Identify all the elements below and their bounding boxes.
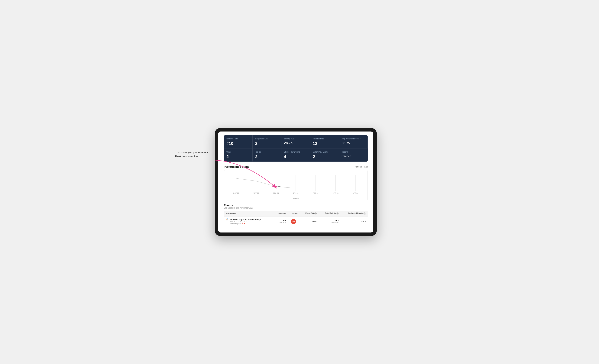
performance-trend-header: Performance Trend National Rank: [224, 165, 368, 168]
svg-text:DEC 23: DEC 23: [273, 192, 279, 194]
svg-text:OCT 23: OCT 23: [233, 192, 239, 194]
rank-impact-arrow: ▼: [244, 223, 246, 225]
stat-avg-weighted-label: Avg. Weighted Points i: [342, 138, 365, 140]
stat-regional-rank: Regional Rank 2: [253, 135, 282, 149]
weighted-points-value: 28.3: [361, 220, 366, 223]
tablet-device: National Rank #10 Regional Rank 2 Scorin…: [215, 128, 377, 236]
weighted-points-cell: 28.3: [340, 216, 368, 227]
total-points-cell: 28.3 3 Rounds: [318, 216, 341, 227]
event-score-cell: -22: [288, 216, 299, 227]
svg-text:FEB 24: FEB 24: [313, 192, 318, 194]
events-table: Event Name Position Score Event SG i Tot…: [224, 211, 368, 227]
stat-avg-weighted-value: 68.75: [342, 141, 365, 145]
stat-national-rank-label: National Rank: [226, 138, 250, 140]
stat-stroke-play-value: 4: [284, 154, 308, 159]
events-title: Events: [224, 204, 368, 207]
screen-content: National Rank #10 Regional Rank 2 Scorin…: [218, 132, 373, 232]
total-points-value: 28.3: [320, 219, 339, 222]
col-position: Position: [273, 211, 288, 216]
stat-scoring-avg: Scoring Avg. 286.5: [282, 135, 310, 149]
col-total-points: Total Points i: [318, 211, 341, 216]
col-event-name: Event Name: [224, 211, 273, 216]
annotation-text: This shows you your National Rank trend …: [175, 151, 213, 158]
chart-x-axis-label: Months: [227, 197, 364, 200]
stat-total-rounds-label: Total Rounds: [313, 138, 336, 140]
stat-scoring-avg-value: 286.5: [284, 141, 308, 145]
events-last-updated: Last updated: 24th November 2023: [224, 207, 368, 209]
events-section: Events Last updated: 24th November 2023 …: [224, 204, 368, 227]
performance-chart: #10 OCT 23 NOV 23 DEC 23 JAN 24 FEB 24 M…: [224, 170, 368, 200]
stat-record: Record 32-8-0: [339, 149, 368, 162]
total-points-info-icon: i: [336, 213, 338, 215]
event-name-cell: 🏌 Buster Cozy Cup – Stroke Play Oct 9 - …: [224, 216, 273, 227]
col-event-sg: Event SG i: [299, 211, 318, 216]
col-score: Score: [288, 211, 299, 216]
svg-text:NOV 23: NOV 23: [253, 192, 259, 194]
table-row: 🏌 Buster Cozy Cup – Stroke Play Oct 9 - …: [224, 216, 368, 227]
stat-national-rank-value: #10: [226, 141, 250, 146]
avg-weighted-info-icon: i: [360, 138, 362, 140]
event-sg-info-icon: i: [314, 213, 317, 215]
col-weighted-points: Weighted Points i: [340, 211, 368, 216]
stat-total-rounds: Total Rounds 12: [310, 135, 339, 149]
tablet-screen: National Rank #10 Regional Rank 2 Scorin…: [218, 132, 373, 232]
stat-top3s-label: Top 3s: [255, 151, 279, 153]
svg-text:JAN 24: JAN 24: [293, 192, 298, 194]
svg-text:APR 24: APR 24: [353, 192, 358, 194]
chart-marker-dot: [275, 186, 277, 187]
total-points-sub: 3 Rounds: [320, 222, 339, 224]
events-table-header-row: Event Name Position Score Event SG i Tot…: [224, 211, 368, 216]
stat-wins: Wins 2: [224, 149, 253, 162]
stat-avg-weighted: Avg. Weighted Points i 68.75: [339, 135, 368, 149]
event-score-badge: -22: [291, 219, 296, 224]
stat-record-label: Record: [342, 151, 365, 153]
stat-top3s: Top 3s 2: [253, 149, 282, 162]
outer-container: This shows you your National Rank trend …: [215, 128, 384, 236]
stat-national-rank: National Rank #10: [224, 135, 253, 149]
stat-stroke-play: Stroke Play Events 4: [282, 149, 310, 162]
stat-regional-rank-label: Regional Rank: [255, 138, 279, 140]
stat-match-play: Match Play Events 2: [310, 149, 339, 162]
event-position: 6th: [275, 219, 286, 222]
event-name: Buster Cozy Cup – Stroke Play: [230, 218, 261, 221]
event-position-cell: 6th out of 7: [273, 216, 288, 227]
event-position-sub: out of 7: [275, 222, 286, 224]
stat-regional-rank-value: 2: [255, 141, 279, 146]
stat-stroke-play-label: Stroke Play Events: [284, 151, 308, 153]
stat-match-play-value: 2: [313, 154, 336, 159]
golf-icon: 🏌: [226, 218, 229, 221]
svg-text:MAR 24: MAR 24: [333, 192, 338, 194]
stat-match-play-label: Match Play Events: [313, 151, 336, 153]
rank-impact: Rank Impact: 3 ▼: [230, 223, 261, 225]
stat-record-value: 32-8-0: [342, 154, 365, 158]
weighted-points-info-icon: i: [363, 213, 366, 215]
stat-total-rounds-value: 12: [313, 141, 336, 146]
event-date: Oct 9 - Oct 10, 2023: [230, 221, 261, 223]
stat-wins-value: 2: [226, 154, 250, 159]
stat-wins-label: Wins: [226, 151, 250, 153]
event-sg-value: 0.45: [312, 221, 317, 223]
chart-svg: #10 OCT 23 NOV 23 DEC 23 JAN 24 FEB 24 M…: [227, 173, 364, 196]
performance-trend-title: Performance Trend: [224, 165, 250, 168]
event-sg-cell: 0.45: [299, 216, 318, 227]
stat-scoring-avg-label: Scoring Avg.: [284, 138, 308, 140]
performance-trend-label: National Rank: [355, 166, 368, 168]
stat-top3s-value: 2: [255, 154, 279, 159]
chart-marker-label: #10: [278, 185, 281, 187]
stats-grid: National Rank #10 Regional Rank 2 Scorin…: [224, 135, 368, 162]
